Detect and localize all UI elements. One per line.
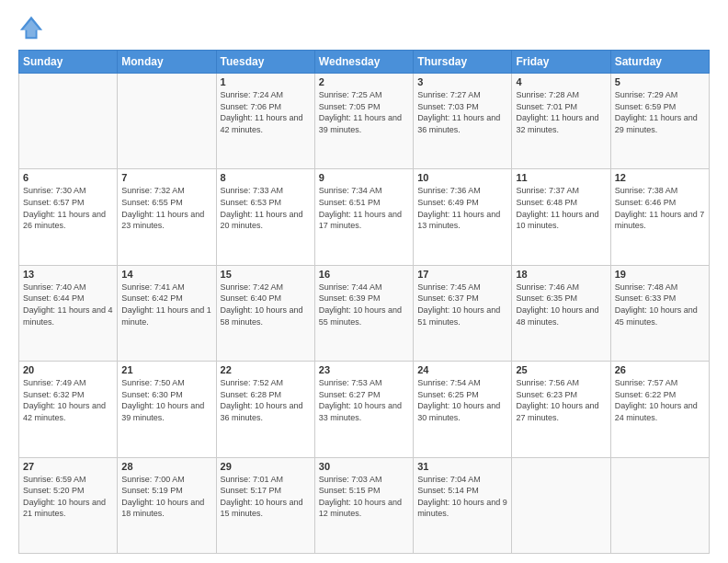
day-number: 21 bbox=[121, 364, 211, 375]
day-number: 6 bbox=[23, 172, 113, 183]
day-info: Sunrise: 7:03 AM Sunset: 5:15 PM Dayligh… bbox=[319, 474, 409, 520]
day-number: 24 bbox=[417, 364, 507, 375]
day-cell: 12Sunrise: 7:38 AM Sunset: 6:46 PM Dayli… bbox=[610, 169, 709, 265]
day-number: 7 bbox=[121, 172, 211, 183]
day-number: 15 bbox=[221, 269, 311, 280]
week-row-4: 20Sunrise: 7:49 AM Sunset: 6:32 PM Dayli… bbox=[19, 362, 710, 457]
day-cell: 20Sunrise: 7:49 AM Sunset: 6:32 PM Dayli… bbox=[19, 362, 118, 457]
day-number: 8 bbox=[221, 172, 311, 183]
logo bbox=[18, 15, 48, 40]
day-number: 23 bbox=[319, 364, 409, 375]
day-cell: 29Sunrise: 7:01 AM Sunset: 5:17 PM Dayli… bbox=[216, 457, 314, 553]
day-cell: 6Sunrise: 7:30 AM Sunset: 6:57 PM Daylig… bbox=[19, 169, 118, 265]
week-row-3: 13Sunrise: 7:40 AM Sunset: 6:44 PM Dayli… bbox=[19, 265, 710, 361]
day-info: Sunrise: 7:57 AM Sunset: 6:22 PM Dayligh… bbox=[615, 377, 705, 423]
day-info: Sunrise: 7:28 AM Sunset: 7:01 PM Dayligh… bbox=[516, 89, 606, 135]
day-number: 13 bbox=[23, 269, 113, 280]
day-cell: 31Sunrise: 7:04 AM Sunset: 5:14 PM Dayli… bbox=[414, 457, 512, 553]
col-header-tuesday: Tuesday bbox=[216, 51, 314, 74]
week-row-2: 6Sunrise: 7:30 AM Sunset: 6:57 PM Daylig… bbox=[19, 169, 710, 265]
day-info: Sunrise: 7:01 AM Sunset: 5:17 PM Dayligh… bbox=[221, 474, 311, 520]
day-info: Sunrise: 7:54 AM Sunset: 6:25 PM Dayligh… bbox=[417, 377, 507, 423]
day-number: 25 bbox=[516, 364, 606, 375]
day-info: Sunrise: 7:00 AM Sunset: 5:19 PM Dayligh… bbox=[121, 474, 211, 520]
day-cell: 21Sunrise: 7:50 AM Sunset: 6:30 PM Dayli… bbox=[118, 362, 216, 457]
day-cell: 25Sunrise: 7:56 AM Sunset: 6:23 PM Dayli… bbox=[512, 362, 610, 457]
day-number: 17 bbox=[417, 269, 507, 280]
day-number: 26 bbox=[615, 364, 705, 375]
day-cell: 7Sunrise: 7:32 AM Sunset: 6:55 PM Daylig… bbox=[118, 169, 216, 265]
day-cell bbox=[610, 457, 709, 553]
day-info: Sunrise: 7:27 AM Sunset: 7:03 PM Dayligh… bbox=[417, 89, 507, 135]
day-number: 4 bbox=[516, 76, 606, 87]
day-info: Sunrise: 7:32 AM Sunset: 6:55 PM Dayligh… bbox=[121, 185, 211, 231]
day-cell: 18Sunrise: 7:46 AM Sunset: 6:35 PM Dayli… bbox=[512, 265, 610, 361]
day-number: 20 bbox=[23, 364, 113, 375]
col-header-saturday: Saturday bbox=[610, 51, 709, 74]
day-number: 1 bbox=[221, 76, 311, 87]
day-cell: 28Sunrise: 7:00 AM Sunset: 5:19 PM Dayli… bbox=[118, 457, 216, 553]
day-info: Sunrise: 7:42 AM Sunset: 6:40 PM Dayligh… bbox=[221, 282, 311, 327]
day-cell bbox=[512, 457, 610, 553]
day-cell: 17Sunrise: 7:45 AM Sunset: 6:37 PM Dayli… bbox=[414, 265, 512, 361]
header-row: SundayMondayTuesdayWednesdayThursdayFrid… bbox=[19, 51, 710, 74]
day-number: 19 bbox=[615, 269, 705, 280]
day-number: 18 bbox=[516, 269, 606, 280]
day-number: 3 bbox=[417, 76, 507, 87]
day-info: Sunrise: 7:46 AM Sunset: 6:35 PM Dayligh… bbox=[516, 282, 606, 327]
day-number: 30 bbox=[319, 461, 409, 472]
day-number: 31 bbox=[417, 461, 507, 472]
day-number: 2 bbox=[319, 76, 409, 87]
col-header-wednesday: Wednesday bbox=[314, 51, 413, 74]
day-cell: 16Sunrise: 7:44 AM Sunset: 6:39 PM Dayli… bbox=[314, 265, 413, 361]
day-cell bbox=[118, 74, 216, 169]
day-info: Sunrise: 7:40 AM Sunset: 6:44 PM Dayligh… bbox=[23, 282, 113, 327]
col-header-sunday: Sunday bbox=[19, 51, 118, 74]
day-info: Sunrise: 7:48 AM Sunset: 6:33 PM Dayligh… bbox=[615, 282, 705, 327]
day-info: Sunrise: 7:49 AM Sunset: 6:32 PM Dayligh… bbox=[23, 377, 113, 423]
day-number: 16 bbox=[319, 269, 409, 280]
col-header-friday: Friday bbox=[512, 51, 610, 74]
day-info: Sunrise: 7:34 AM Sunset: 6:51 PM Dayligh… bbox=[319, 185, 409, 231]
day-cell: 22Sunrise: 7:52 AM Sunset: 6:28 PM Dayli… bbox=[216, 362, 314, 457]
day-cell: 11Sunrise: 7:37 AM Sunset: 6:48 PM Dayli… bbox=[512, 169, 610, 265]
day-info: Sunrise: 7:25 AM Sunset: 7:05 PM Dayligh… bbox=[319, 89, 409, 135]
day-number: 9 bbox=[319, 172, 409, 183]
day-info: Sunrise: 7:38 AM Sunset: 6:46 PM Dayligh… bbox=[615, 185, 705, 231]
day-number: 12 bbox=[615, 172, 705, 183]
day-info: Sunrise: 7:50 AM Sunset: 6:30 PM Dayligh… bbox=[121, 377, 211, 423]
day-cell: 3Sunrise: 7:27 AM Sunset: 7:03 PM Daylig… bbox=[414, 74, 512, 169]
page: SundayMondayTuesdayWednesdayThursdayFrid… bbox=[0, 0, 728, 563]
day-info: Sunrise: 7:53 AM Sunset: 6:27 PM Dayligh… bbox=[319, 377, 409, 423]
day-cell: 2Sunrise: 7:25 AM Sunset: 7:05 PM Daylig… bbox=[314, 74, 413, 169]
day-number: 5 bbox=[615, 76, 705, 87]
day-cell: 10Sunrise: 7:36 AM Sunset: 6:49 PM Dayli… bbox=[414, 169, 512, 265]
day-info: Sunrise: 7:41 AM Sunset: 6:42 PM Dayligh… bbox=[121, 282, 211, 327]
day-info: Sunrise: 7:33 AM Sunset: 6:53 PM Dayligh… bbox=[221, 185, 311, 231]
day-info: Sunrise: 7:04 AM Sunset: 5:14 PM Dayligh… bbox=[417, 474, 507, 520]
day-cell bbox=[19, 74, 118, 169]
day-cell: 1Sunrise: 7:24 AM Sunset: 7:06 PM Daylig… bbox=[216, 74, 314, 169]
day-cell: 4Sunrise: 7:28 AM Sunset: 7:01 PM Daylig… bbox=[512, 74, 610, 169]
day-info: Sunrise: 7:37 AM Sunset: 6:48 PM Dayligh… bbox=[516, 185, 606, 231]
week-row-5: 27Sunrise: 6:59 AM Sunset: 5:20 PM Dayli… bbox=[19, 457, 710, 553]
day-cell: 26Sunrise: 7:57 AM Sunset: 6:22 PM Dayli… bbox=[610, 362, 709, 457]
day-number: 22 bbox=[221, 364, 311, 375]
col-header-thursday: Thursday bbox=[414, 51, 512, 74]
day-info: Sunrise: 7:24 AM Sunset: 7:06 PM Dayligh… bbox=[221, 89, 311, 135]
day-info: Sunrise: 7:45 AM Sunset: 6:37 PM Dayligh… bbox=[417, 282, 507, 327]
header bbox=[18, 15, 710, 40]
day-info: Sunrise: 7:52 AM Sunset: 6:28 PM Dayligh… bbox=[221, 377, 311, 423]
day-cell: 9Sunrise: 7:34 AM Sunset: 6:51 PM Daylig… bbox=[314, 169, 413, 265]
day-cell: 19Sunrise: 7:48 AM Sunset: 6:33 PM Dayli… bbox=[610, 265, 709, 361]
day-number: 29 bbox=[221, 461, 311, 472]
day-cell: 24Sunrise: 7:54 AM Sunset: 6:25 PM Dayli… bbox=[414, 362, 512, 457]
day-cell: 30Sunrise: 7:03 AM Sunset: 5:15 PM Dayli… bbox=[314, 457, 413, 553]
day-number: 11 bbox=[516, 172, 606, 183]
day-number: 28 bbox=[121, 461, 211, 472]
day-info: Sunrise: 7:30 AM Sunset: 6:57 PM Dayligh… bbox=[23, 185, 113, 231]
week-row-1: 1Sunrise: 7:24 AM Sunset: 7:06 PM Daylig… bbox=[19, 74, 710, 169]
day-cell: 14Sunrise: 7:41 AM Sunset: 6:42 PM Dayli… bbox=[118, 265, 216, 361]
day-info: Sunrise: 7:44 AM Sunset: 6:39 PM Dayligh… bbox=[319, 282, 409, 327]
day-info: Sunrise: 7:36 AM Sunset: 6:49 PM Dayligh… bbox=[417, 185, 507, 231]
